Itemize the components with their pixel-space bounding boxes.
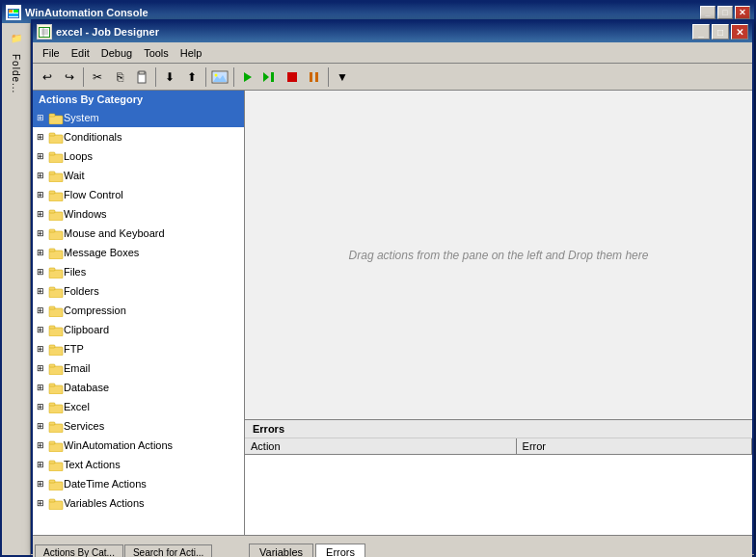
toolbar-pause-button[interactable]	[304, 66, 325, 88]
tree-label-conditionals: Conditionals	[64, 131, 122, 143]
menu-help[interactable]: Help	[175, 45, 208, 61]
svg-rect-58	[49, 441, 55, 444]
tree-item-compression[interactable]: ⊞ Compression	[33, 301, 244, 320]
svg-rect-40	[49, 268, 55, 271]
errors-panel: Errors Action Error	[245, 419, 752, 535]
menu-file[interactable]: File	[37, 45, 66, 61]
svg-rect-21	[310, 72, 312, 82]
svg-rect-54	[49, 403, 55, 406]
tree-container[interactable]: ⊞ System ⊞ Conditionals	[33, 108, 244, 535]
outer-maximize-button[interactable]: □	[717, 6, 733, 19]
toolbar-sep-4	[233, 67, 234, 87]
svg-rect-30	[49, 172, 55, 174]
folder-icon-messageboxes	[48, 246, 64, 259]
tree-item-email[interactable]: ⊞ Email	[33, 358, 244, 378]
outer-minimize-button[interactable]: _	[700, 6, 716, 19]
col-error: Error	[516, 438, 751, 455]
tree-label-mousekeyboard: Mouse and Keyboard	[64, 227, 165, 239]
svg-rect-49	[49, 366, 63, 375]
svg-rect-38	[49, 249, 55, 252]
errors-table[interactable]: Action Error	[245, 438, 752, 535]
inner-minimize-button[interactable]: _	[692, 24, 710, 40]
errors-table-head: Action Error	[245, 438, 752, 455]
toolbar-step-button[interactable]	[259, 66, 281, 88]
tree-item-mousekeyboard[interactable]: ⊞ Mouse and Keyboard	[33, 224, 244, 243]
toolbar-undo-button[interactable]: ↩	[37, 66, 58, 88]
tree-item-messageboxes[interactable]: ⊞ Message Boxes	[33, 243, 244, 262]
svg-rect-29	[49, 173, 63, 182]
folder-icon-database	[48, 381, 64, 394]
tree-item-folders[interactable]: ⊞ Folders	[33, 281, 244, 301]
svg-rect-23	[49, 116, 63, 124]
tree-item-textactions[interactable]: ⊞ Text Actions	[33, 455, 244, 474]
tree-item-system[interactable]: ⊞ System	[33, 108, 244, 127]
toolbar-cut-button[interactable]: ✂	[87, 66, 108, 88]
menu-tools[interactable]: Tools	[138, 45, 175, 61]
tree-label-email: Email	[64, 362, 91, 374]
tree-item-wait[interactable]: ⊞ Wait	[33, 166, 244, 185]
svg-rect-28	[49, 152, 55, 155]
tree-label-database: Database	[64, 382, 109, 393]
tree-item-winautomation[interactable]: ⊞ WinAutomation Actions	[33, 436, 244, 455]
tree-label-files: Files	[64, 266, 86, 278]
svg-rect-50	[49, 364, 55, 367]
tree-item-clipboard[interactable]: ⊞ Clipboard	[33, 320, 244, 339]
bottom-area: Actions By Cat... Search for Acti... Var…	[33, 535, 752, 557]
expander-compression: ⊞	[33, 303, 48, 318]
design-canvas[interactable]: Drag actions from the pane on the left a…	[245, 91, 752, 419]
folder-icon-textactions	[48, 458, 64, 471]
toolbar-dropdown-button[interactable]: ▼	[332, 66, 353, 88]
inner-close-button[interactable]: ✕	[731, 24, 748, 40]
toolbar-image-button[interactable]	[209, 66, 230, 88]
tree-item-files[interactable]: ⊞ Files	[33, 262, 244, 281]
tree-item-datetimeactions[interactable]: ⊞ DateTime Actions	[33, 474, 244, 493]
toolbar-redo-button[interactable]: ↪	[59, 66, 80, 88]
tree-item-ftp[interactable]: ⊞ FTP	[33, 339, 244, 358]
toolbar-stop-button[interactable]	[282, 66, 303, 88]
tree-item-services[interactable]: ⊞ Services	[33, 416, 244, 436]
expander-folders: ⊞	[33, 283, 48, 299]
folder-icon-clipboard	[48, 323, 64, 336]
tree-item-flowcontrol[interactable]: ⊞ Flow Control	[33, 185, 244, 204]
tree-label-textactions: Text Actions	[64, 459, 121, 470]
svg-rect-33	[49, 212, 63, 221]
toolbar-paste-button[interactable]	[131, 66, 152, 88]
svg-rect-52	[49, 384, 55, 386]
expander-excel: ⊞	[33, 399, 48, 414]
left-panel: Actions By Category ⊞ System ⊞	[33, 91, 245, 535]
tab-actions-by-category[interactable]: Actions By Cat...	[35, 544, 123, 557]
tree-label-winautomation: WinAutomation Actions	[64, 439, 173, 451]
svg-rect-51	[49, 385, 63, 394]
folder-icon-loops	[48, 149, 64, 163]
tree-item-windows[interactable]: ⊞ Windows	[33, 204, 244, 224]
svg-point-16	[215, 73, 218, 76]
tab-variables[interactable]: Variables	[249, 544, 313, 557]
strip-folder-button[interactable]: 📁	[5, 27, 28, 48]
tab-search-for-actions[interactable]: Search for Acti...	[124, 544, 212, 557]
inner-maximize-button[interactable]: □	[712, 24, 729, 40]
svg-rect-55	[49, 424, 63, 433]
tree-item-excel[interactable]: ⊞ Excel	[33, 397, 244, 416]
expander-mousekeyboard: ⊞	[33, 225, 48, 241]
tree-item-variablesactions[interactable]: ⊞ Variables Actions	[33, 493, 244, 513]
svg-rect-42	[49, 287, 55, 290]
tree-item-conditionals[interactable]: ⊞ Conditionals	[33, 127, 244, 146]
svg-rect-36	[49, 229, 55, 232]
tree-item-loops[interactable]: ⊞ Loops	[33, 146, 244, 166]
tree-item-database[interactable]: ⊞ Database	[33, 378, 244, 397]
outer-close-button[interactable]: ✕	[735, 6, 750, 19]
folder-icon-windows	[48, 207, 64, 221]
outer-left-strip: 📁 Folde...	[2, 23, 31, 555]
menu-debug[interactable]: Debug	[95, 45, 138, 61]
expander-database: ⊞	[33, 380, 48, 395]
error-row-empty	[245, 455, 752, 474]
tab-errors[interactable]: Errors	[315, 544, 365, 557]
panel-header: Actions By Category	[33, 91, 244, 108]
toolbar-sep-5	[328, 67, 329, 87]
toolbar-run-button[interactable]	[237, 66, 258, 88]
toolbar-down-button[interactable]: ⬇	[159, 66, 180, 88]
svg-rect-25	[49, 135, 63, 144]
toolbar-up-button[interactable]: ⬆	[181, 66, 202, 88]
menu-edit[interactable]: Edit	[66, 45, 95, 61]
toolbar-copy-button[interactable]: ⎘	[109, 66, 130, 88]
